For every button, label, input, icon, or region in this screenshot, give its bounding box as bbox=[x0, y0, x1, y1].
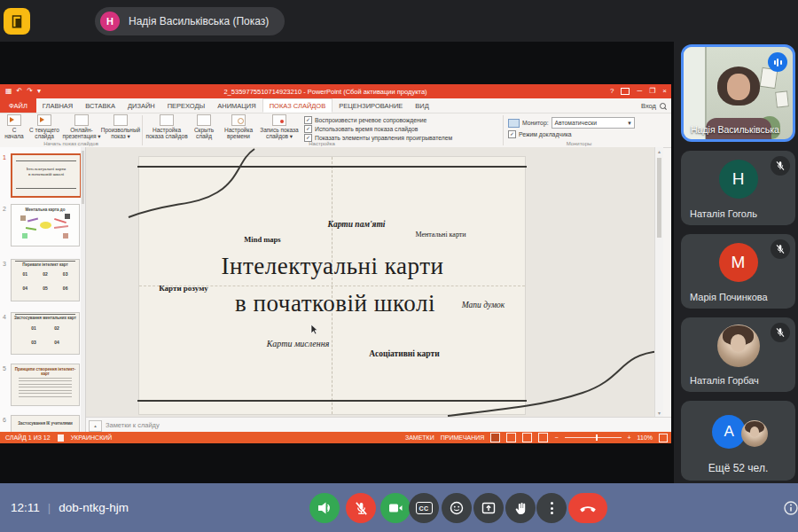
mouse-cursor bbox=[310, 325, 319, 335]
spellcheck-icon[interactable] bbox=[58, 434, 64, 442]
custom-slideshow-button[interactable]: Произвольный показ ▾ bbox=[101, 114, 140, 140]
slide-thumbnail-5[interactable]: Принципи створення інтелект-карт bbox=[11, 364, 80, 406]
thumb-number: 3 bbox=[3, 261, 6, 267]
tab-file[interactable]: ФАЙЛ bbox=[0, 98, 36, 113]
normal-view-icon[interactable] bbox=[490, 433, 500, 442]
checkbox-play-narrations[interactable]: ✓ Воспроизвести речевое сопровождение bbox=[304, 116, 426, 124]
mic-muted-button[interactable] bbox=[346, 493, 376, 523]
slide-label-thinking-maps[interactable]: Карти мислення bbox=[267, 339, 330, 348]
slide-label-reason-maps[interactable]: Карти розуму bbox=[159, 284, 208, 293]
comments-toggle[interactable]: ПРИМЕЧАНИЯ bbox=[441, 434, 485, 441]
save-icon[interactable]: ▦ bbox=[5, 88, 12, 95]
participant-tile[interactable]: Наталія Горбач bbox=[681, 317, 795, 392]
present-screen-button[interactable] bbox=[473, 493, 504, 523]
zoom-out-icon[interactable]: − bbox=[554, 434, 558, 441]
setup-slideshow-button[interactable]: Настройкапоказа слайдов bbox=[145, 114, 189, 140]
rehearse-timings-button[interactable]: Настройкавремени bbox=[219, 114, 258, 140]
slideshow-view-icon[interactable] bbox=[538, 433, 548, 442]
speaker-button[interactable] bbox=[309, 493, 340, 523]
minimize-button[interactable]: ─ bbox=[637, 88, 642, 95]
divider: | bbox=[48, 501, 51, 514]
slide-thumbnail-4[interactable]: Застосування ментальних карт 0102 0304 bbox=[11, 312, 80, 355]
more-participants-label: Ещё 52 чел. bbox=[681, 462, 795, 474]
fit-to-window-icon[interactable] bbox=[659, 434, 668, 442]
slide-sorter-view-icon[interactable] bbox=[506, 433, 516, 442]
hide-slide-button[interactable]: Скрытьслайд bbox=[189, 114, 219, 140]
meeting-details-button[interactable] bbox=[783, 500, 798, 516]
more-dots-icon bbox=[551, 502, 553, 514]
reading-view-icon[interactable] bbox=[522, 433, 532, 442]
present-online-button[interactable]: Онлайн- презентация ▾ bbox=[62, 114, 101, 140]
redo-icon[interactable]: ↷ bbox=[27, 88, 33, 95]
avatar-photo bbox=[741, 420, 768, 447]
reactions-button[interactable] bbox=[442, 493, 472, 523]
notes-splitter[interactable]: ▴ bbox=[89, 420, 102, 432]
notes-toggle[interactable]: ЗАМЕТКИ bbox=[405, 434, 434, 441]
quick-access-toolbar: ▦ ↶ ↷ ▾ bbox=[5, 88, 41, 95]
more-options-button[interactable] bbox=[536, 493, 567, 523]
thumb-number: 2 bbox=[3, 206, 6, 212]
editor-scrollbar[interactable]: ▴ ▾ bbox=[654, 147, 663, 417]
meeting-code: dob-ntkg-hjm bbox=[59, 501, 129, 514]
record-slideshow-button[interactable]: Запись показа слайдов ▾ bbox=[258, 114, 301, 140]
language-label[interactable]: УКРАИНСКИЙ bbox=[71, 434, 113, 441]
scroll-up-icon[interactable]: ▴ bbox=[655, 148, 663, 154]
slide-label-mental-maps[interactable]: Ментальні карти bbox=[415, 231, 466, 239]
slide-label-associative-maps[interactable]: Асоціативні карти bbox=[369, 349, 439, 358]
tab-view[interactable]: ВИД bbox=[409, 98, 434, 113]
camera-button[interactable] bbox=[380, 493, 411, 523]
tab-design[interactable]: ДИЗАЙН bbox=[121, 98, 161, 113]
from-current-slide-button[interactable]: С текущегослайда bbox=[27, 114, 62, 140]
tab-slideshow[interactable]: ПОКАЗ СЛАЙДОВ bbox=[262, 98, 333, 113]
zoom-slider[interactable] bbox=[565, 437, 622, 438]
zoom-level[interactable]: 110% bbox=[638, 434, 653, 441]
slide-label-memory-maps[interactable]: Карти пам'яті bbox=[328, 220, 386, 229]
restore-button[interactable]: ❐ bbox=[649, 88, 655, 95]
slide-title-line2[interactable]: в початковій школі bbox=[235, 290, 435, 317]
zoom-in-icon[interactable]: + bbox=[628, 434, 631, 441]
slide-canvas[interactable]: Карти пам'яті Mind maps Ментальні карти … bbox=[139, 157, 525, 414]
chevron-down-icon: ▾ bbox=[628, 120, 630, 127]
captions-button[interactable]: CC bbox=[409, 493, 439, 523]
group-label-setup: Настройка bbox=[145, 141, 499, 146]
slide-label-thought-maps[interactable]: Мапи думок bbox=[462, 301, 505, 309]
thumb-number: 6 bbox=[3, 417, 6, 423]
tile-name: Надія Васильківська bbox=[691, 124, 779, 135]
slide-thumbnail-2[interactable]: Ментальна карта до bbox=[11, 204, 80, 246]
slide-label-mind-maps[interactable]: Mind maps bbox=[244, 235, 280, 244]
app-logo[interactable] bbox=[4, 8, 30, 35]
raise-hand-button[interactable] bbox=[505, 493, 536, 523]
presenter-pill[interactable]: Н Надія Васильківська (Показ) bbox=[95, 7, 285, 35]
tab-animations[interactable]: АНИМАЦИЯ bbox=[211, 98, 262, 113]
overflow-participants-tile[interactable]: А Ещё 52 чел. bbox=[681, 401, 795, 481]
slide-thumbnail-3[interactable]: Переваги інтелект карт 010203 040506 bbox=[11, 259, 80, 301]
tab-review[interactable]: РЕЦЕНЗИРОВАНИЕ bbox=[332, 98, 409, 113]
scroll-down-icon[interactable]: ▾ bbox=[655, 410, 663, 416]
self-video-tile[interactable]: Надія Васильківська bbox=[681, 44, 795, 142]
checkbox-use-timings[interactable]: ✓ Использовать время показа слайдов bbox=[304, 125, 418, 133]
slide-thumbnail-6[interactable]: Застосування ІК учителями bbox=[11, 415, 80, 432]
scrollbar-thumb[interactable] bbox=[657, 158, 661, 238]
panel-scrollbar[interactable] bbox=[81, 147, 85, 432]
end-call-button[interactable] bbox=[568, 493, 607, 523]
ribbon-options-icon[interactable] bbox=[621, 88, 630, 95]
help-button[interactable]: ? bbox=[610, 88, 614, 95]
search-icon[interactable] bbox=[660, 103, 666, 109]
participant-tile[interactable]: Н Наталія Гоголь bbox=[681, 151, 795, 225]
close-button[interactable]: × bbox=[662, 88, 667, 95]
slide-title-line1[interactable]: Інтелектуальні карти bbox=[222, 253, 444, 280]
monitor-select[interactable]: Автоматически ▾ bbox=[552, 117, 635, 129]
checkbox-presenter-view[interactable]: ✓ Режим докладчика bbox=[508, 130, 572, 138]
tab-home[interactable]: ГЛАВНАЯ bbox=[36, 98, 79, 113]
tab-insert[interactable]: ВСТАВКА bbox=[79, 98, 121, 113]
avatar: Н bbox=[719, 160, 758, 199]
slide-thumbnail-1[interactable]: Інтелектуальні карти в початковій школі bbox=[11, 153, 82, 198]
participant-tile[interactable]: М Марія Починкова bbox=[681, 234, 795, 309]
avatar: М bbox=[719, 243, 758, 282]
notes-pane[interactable]: ▴ Заметки к слайду bbox=[86, 417, 671, 433]
powerpoint-window: ▦ ↶ ↷ ▾ 2_5359775510714923210 - PowerPoi… bbox=[0, 84, 671, 443]
sign-in-link[interactable]: Вход bbox=[641, 102, 656, 110]
undo-icon[interactable]: ↶ bbox=[17, 88, 23, 95]
from-beginning-button[interactable]: Сначала bbox=[2, 114, 27, 140]
tab-transitions[interactable]: ПЕРЕХОДЫ bbox=[161, 98, 212, 113]
